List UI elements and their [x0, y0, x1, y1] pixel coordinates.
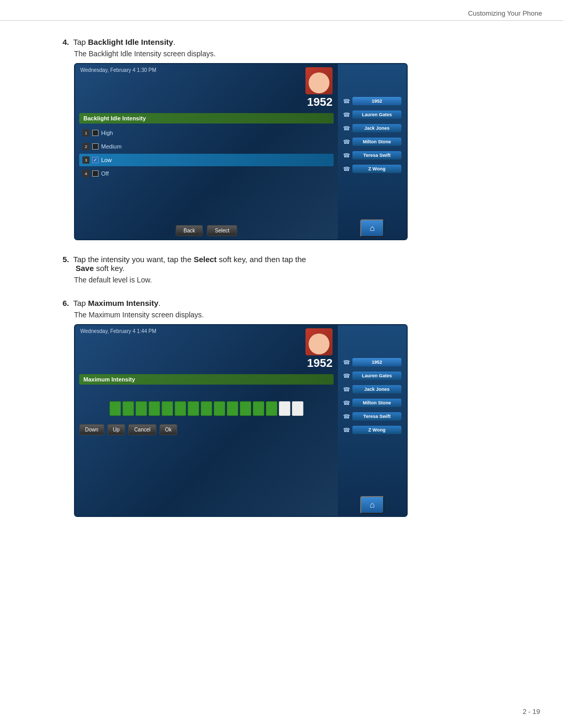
step-5-num: 5.	[63, 255, 69, 264]
lauren-btn-2[interactable]: Lauren Gates	[352, 372, 401, 380]
wong-btn-2[interactable]: Z Wong	[352, 426, 401, 434]
header-label: Customizing Your Phone	[468, 9, 542, 17]
ext-btn-2[interactable]: 1952	[352, 358, 401, 366]
teresa-btn-2[interactable]: Teresa Swift	[352, 412, 401, 421]
screen-avatar-2	[305, 328, 333, 355]
intensity-segment-9[interactable]	[227, 401, 238, 416]
step-5-suffix: soft key, and then tap the	[217, 255, 307, 264]
contact-1952-2[interactable]: ☎ 1952	[340, 356, 405, 368]
avatar-face-2	[309, 334, 329, 354]
contact-lauren-1[interactable]: ☎ Lauren Gates	[340, 109, 405, 120]
step-4-num: 4.	[63, 38, 69, 46]
option-num-3: 3	[82, 156, 90, 164]
step-5-title: 5. Tap the intensity you want, tap the S…	[63, 255, 521, 273]
contact-wong-1[interactable]: ☎ Z Wong	[340, 163, 405, 175]
option-off[interactable]: 4 Off	[79, 167, 334, 180]
lauren-btn-1[interactable]: Lauren Gates	[352, 110, 401, 119]
screen-main-1: Wednesday, February 4 1:30 PM 1952 Backl…	[75, 64, 338, 239]
option-check-4	[92, 170, 99, 177]
back-button-1[interactable]: Back	[176, 225, 203, 236]
screen-datetime-2: Wednesday, February 4 1:44 PM	[80, 328, 156, 334]
step-5: 5. Tap the intensity you want, tap the S…	[63, 255, 521, 284]
intensity-segment-5[interactable]	[175, 401, 186, 416]
down-button[interactable]: Down	[79, 424, 104, 435]
page-number: 2 - 19	[523, 708, 540, 715]
select-button-1[interactable]: Select	[207, 225, 237, 236]
contact-icon-3: ☎	[343, 125, 350, 132]
option-check-3: ✓	[92, 157, 99, 163]
contact-icon2-3: ☎	[343, 386, 350, 393]
contact-icon-2: ☎	[343, 112, 350, 118]
milton-btn-1[interactable]: Milton Stone	[352, 138, 401, 146]
intensity-segment-8[interactable]	[214, 401, 225, 416]
phone-screen-2: Wednesday, February 4 1:44 PM 1952 Maxim…	[74, 324, 408, 517]
intensity-segment-6[interactable]	[188, 401, 199, 416]
intensity-segment-13[interactable]	[279, 401, 290, 416]
intensity-segment-11[interactable]	[253, 401, 264, 416]
screen-datetime-1: Wednesday, February 4 1:30 PM	[80, 67, 156, 73]
contact-icon2-4: ☎	[343, 400, 350, 406]
intensity-segment-10[interactable]	[240, 401, 251, 416]
milton-btn-2[interactable]: Milton Stone	[352, 399, 401, 407]
home-button-2[interactable]: ⌂	[360, 496, 384, 514]
step-5-suffix2: soft key.	[94, 264, 125, 273]
page-footer: 2 - 19	[523, 708, 540, 715]
intensity-segment-12[interactable]	[266, 401, 277, 416]
option-check-2	[92, 143, 99, 150]
page-header: Customizing Your Phone	[0, 0, 563, 21]
step-4-suffix: .	[173, 38, 175, 46]
option-label-medium: Medium	[101, 143, 121, 150]
contact-1952-1[interactable]: ☎ 1952	[340, 95, 405, 107]
ext-btn-1[interactable]: 1952	[352, 97, 401, 105]
contact-teresa-2[interactable]: ☎ Teresa Swift	[340, 411, 405, 422]
intensity-segment-1[interactable]	[123, 401, 134, 416]
contact-wong-2[interactable]: ☎ Z Wong	[340, 424, 405, 436]
step-5-prefix: Tap the intensity you want, tap the	[73, 255, 193, 264]
contact-jack-1[interactable]: ☎ Jack Jones	[340, 122, 405, 134]
cancel-button[interactable]: Cancel	[128, 424, 156, 435]
contact-icon-5: ☎	[343, 152, 350, 159]
up-button[interactable]: Up	[107, 424, 126, 435]
option-medium[interactable]: 2 Medium	[79, 140, 334, 153]
contact-milton-2[interactable]: ☎ Milton Stone	[340, 397, 405, 409]
option-check-1	[92, 130, 99, 136]
wong-btn-1[interactable]: Z Wong	[352, 165, 401, 173]
step-5-bold2: Save	[76, 264, 94, 273]
contact-lauren-2[interactable]: ☎ Lauren Gates	[340, 370, 405, 381]
option-label-off: Off	[101, 170, 108, 177]
screen-softkeys-2: Down Up Cancel Ok	[75, 421, 338, 438]
option-low[interactable]: 3 ✓ Low	[79, 154, 334, 166]
step-5-bold: Select	[193, 255, 216, 264]
screen-softkeys-1: Back Select	[75, 222, 338, 239]
intensity-segment-7[interactable]	[201, 401, 212, 416]
step-4: 4. Tap Backlight Idle Intensity. The Bac…	[63, 38, 521, 240]
step-5-desc: The default level is Low.	[74, 276, 521, 284]
contact-teresa-1[interactable]: ☎ Teresa Swift	[340, 150, 405, 161]
contact-milton-1[interactable]: ☎ Milton Stone	[340, 136, 405, 147]
screen-header-1: Wednesday, February 4 1:30 PM	[75, 64, 338, 95]
step-6: 6. Tap Maximum Intensity. The Maximum In…	[63, 299, 521, 517]
teresa-btn-1[interactable]: Teresa Swift	[352, 151, 401, 159]
ok-button[interactable]: Ok	[160, 424, 178, 435]
step-6-desc: The Maximum Intensity screen displays.	[74, 311, 521, 319]
sidebar-home-1: ⌂	[340, 219, 405, 237]
contact-jack-2[interactable]: ☎ Jack Jones	[340, 384, 405, 395]
home-button-1[interactable]: ⌂	[360, 219, 384, 237]
intensity-segment-3[interactable]	[149, 401, 160, 416]
screen-header-2: Wednesday, February 4 1:44 PM	[75, 325, 338, 356]
intensity-segment-0[interactable]	[109, 401, 121, 416]
content-area: 4. Tap Backlight Idle Intensity. The Bac…	[0, 21, 563, 573]
step-6-prefix: Tap	[73, 299, 88, 307]
intensity-segment-14[interactable]	[292, 401, 303, 416]
option-label-high: High	[101, 130, 113, 136]
intensity-bar-container	[75, 386, 338, 421]
jack-btn-2[interactable]: Jack Jones	[352, 385, 401, 393]
option-num-4: 4	[82, 170, 90, 177]
intensity-segment-4[interactable]	[162, 401, 173, 416]
intensity-segment-2[interactable]	[136, 401, 147, 416]
option-high[interactable]: 1 High	[79, 127, 334, 139]
avatar-face-1	[309, 72, 329, 93]
screen-options-1: 1 High 2 Medium 3 ✓ Low	[75, 125, 338, 222]
jack-btn-1[interactable]: Jack Jones	[352, 124, 401, 132]
step-4-bold: Backlight Idle Intensity	[88, 38, 173, 46]
